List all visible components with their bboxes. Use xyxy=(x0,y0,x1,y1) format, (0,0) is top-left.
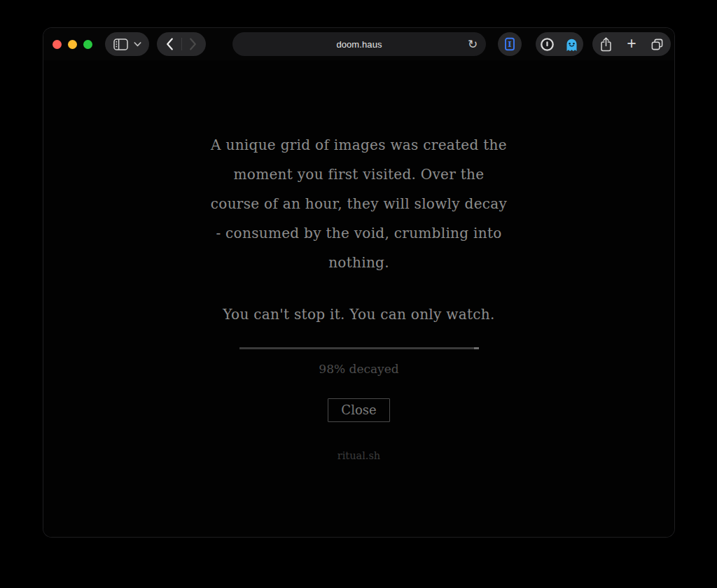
tab-overview-button[interactable] xyxy=(650,32,664,56)
extension-i-button[interactable]: I xyxy=(498,32,522,56)
ghost-icon xyxy=(565,37,578,52)
decay-percent-label: 98% decayed xyxy=(43,361,674,377)
share-icon xyxy=(599,36,613,52)
sidebar-menu-chevron-button[interactable] xyxy=(134,32,141,56)
address-bar[interactable]: doom.haus ↻ xyxy=(232,32,486,56)
decay-message-line: A unique grid of images was created the xyxy=(43,130,674,160)
plus-icon: + xyxy=(627,36,636,52)
window-actions-group: + xyxy=(592,32,671,56)
nav-controls xyxy=(157,32,206,56)
decay-message: A unique grid of images was created the … xyxy=(43,130,674,277)
watch-message: You can't stop it. You can only watch. xyxy=(43,300,674,329)
forward-button[interactable] xyxy=(182,32,204,56)
chevron-down-icon xyxy=(134,42,141,47)
decay-message-line: moment you first visited. Over the xyxy=(43,160,674,189)
decay-message-line: nothing. xyxy=(43,248,674,277)
footer-signature: ritual.sh xyxy=(43,449,674,462)
reload-button[interactable]: ↻ xyxy=(463,34,482,54)
decay-progress-fill xyxy=(239,347,474,349)
decay-progress-bar xyxy=(239,347,479,349)
extensions-group xyxy=(536,32,583,56)
extension-i-icon: I xyxy=(502,36,517,52)
close-window-button[interactable] xyxy=(53,40,62,49)
new-tab-button[interactable]: + xyxy=(627,32,636,56)
onepassword-extension-button[interactable] xyxy=(537,32,558,56)
svg-text:I: I xyxy=(508,39,511,49)
chevron-right-icon xyxy=(189,38,197,50)
zoom-window-button[interactable] xyxy=(83,40,92,49)
traffic-lights xyxy=(53,40,92,49)
close-button[interactable]: Close xyxy=(328,398,389,422)
chevron-left-icon xyxy=(166,38,174,50)
sidebar-toggle-button[interactable] xyxy=(113,32,128,56)
back-button[interactable] xyxy=(159,32,181,56)
decay-message-line: - consumed by the void, crumbling into xyxy=(43,218,674,248)
share-button[interactable] xyxy=(599,32,613,56)
sidebar-controls xyxy=(105,32,149,56)
reload-icon: ↻ xyxy=(468,37,478,51)
sidebar-icon xyxy=(113,38,128,50)
url-text: doom.haus xyxy=(336,39,382,50)
close-button-row: Close xyxy=(43,398,674,422)
page-content: A unique grid of images was created the … xyxy=(43,60,674,537)
ghostery-extension-button[interactable] xyxy=(562,32,583,56)
keyhole-circle-icon xyxy=(540,37,555,52)
tab-overview-icon xyxy=(650,38,664,51)
browser-window: doom.haus ↻ I xyxy=(43,28,674,537)
decay-message-line: course of an hour, they will slowly deca… xyxy=(43,189,674,218)
browser-toolbar: doom.haus ↻ I xyxy=(43,28,674,60)
minimize-window-button[interactable] xyxy=(68,40,77,49)
